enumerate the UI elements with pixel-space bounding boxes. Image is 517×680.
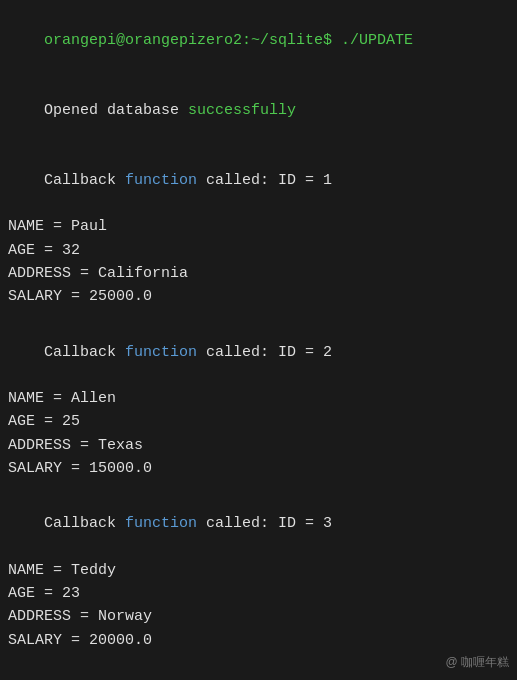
address-line-2: ADDRESS = Texas	[8, 434, 509, 457]
callback-keyword-2: function	[125, 344, 197, 361]
name-line-1: NAME = Paul	[8, 215, 509, 238]
salary-line-3: SALARY = 20000.0	[8, 629, 509, 652]
callback-prefix-3: Callback	[44, 515, 125, 532]
name-line-2: NAME = Allen	[8, 387, 509, 410]
callback-suffix-1: called: ID = 1	[197, 172, 332, 189]
address-line-1: ADDRESS = California	[8, 262, 509, 285]
callback-suffix-3: called: ID = 3	[197, 515, 332, 532]
callback-line-3: Callback function called: ID = 3	[8, 489, 509, 559]
opened-line: Opened database successfully	[8, 76, 509, 146]
opened-prefix: Opened database	[44, 102, 188, 119]
prompt-line-1: orangepi@orangepizero2:~/sqlite$ ./UPDAT…	[8, 6, 509, 76]
age-line-2: AGE = 25	[8, 410, 509, 433]
terminal-window: orangepi@orangepizero2:~/sqlite$ ./UPDAT…	[0, 0, 517, 680]
salary-line-2: SALARY = 15000.0	[8, 457, 509, 480]
age-line-3: AGE = 23	[8, 582, 509, 605]
callback-keyword-1: function	[125, 172, 197, 189]
opened-status: successfully	[188, 102, 296, 119]
callback-prefix-1: Callback	[44, 172, 125, 189]
watermark-text: @ 咖喱年糕	[445, 653, 509, 672]
salary-line-1: SALARY = 25000.0	[8, 285, 509, 308]
name-line-3: NAME = Teddy	[8, 559, 509, 582]
callback-keyword-3: function	[125, 515, 197, 532]
address-line-3: ADDRESS = Norway	[8, 605, 509, 628]
age-line-1: AGE = 32	[8, 239, 509, 262]
callback-line-2: Callback function called: ID = 2	[8, 317, 509, 387]
callback-suffix-2: called: ID = 2	[197, 344, 332, 361]
callback-line-1: Callback function called: ID = 1	[8, 146, 509, 216]
prompt-user: orangepi@orangepizero2:~/sqlite$ ./UPDAT…	[44, 32, 413, 49]
callback-line-4: Callback function called: ID = 4	[8, 661, 509, 680]
callback-prefix-2: Callback	[44, 344, 125, 361]
